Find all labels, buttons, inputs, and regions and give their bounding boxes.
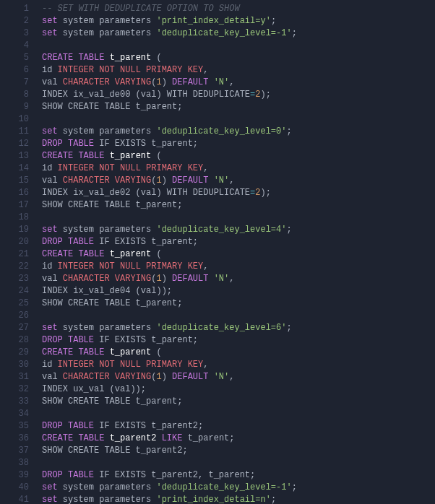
line-number: 35 — [0, 420, 42, 433]
code-content[interactable]: SHOW CREATE TABLE t_parent2; — [42, 445, 435, 457]
code-line[interactable]: 21CREATE TABLE t_parent ( — [0, 248, 435, 261]
code-content[interactable]: INDEX ix_val_de04 (val)); — [42, 285, 435, 297]
code-line[interactable]: 25SHOW CREATE TABLE t_parent; — [0, 297, 435, 310]
code-content[interactable]: set system parameters 'deduplicate_key_l… — [42, 224, 435, 236]
code-content[interactable]: SHOW CREATE TABLE t_parent; — [42, 297, 435, 310]
code-line[interactable]: 18 — [0, 212, 435, 224]
code-line[interactable]: 15val CHARACTER VARYING(1) DEFAULT 'N', — [0, 175, 435, 187]
code-line[interactable]: 27set system parameters 'deduplicate_key… — [0, 322, 435, 334]
code-line[interactable]: 6id INTEGER NOT NULL PRIMARY KEY, — [0, 64, 435, 77]
code-line[interactable]: 7val CHARACTER VARYING(1) DEFAULT 'N', — [0, 77, 435, 89]
code-line[interactable]: 2set system parameters 'print_index_deta… — [0, 15, 435, 27]
code-content[interactable]: set system parameters 'print_index_detai… — [42, 494, 435, 504]
code-line[interactable]: 30id INTEGER NOT NULL PRIMARY KEY, — [0, 359, 435, 371]
code-line[interactable]: 11set system parameters 'deduplicate_key… — [0, 126, 435, 138]
code-content[interactable]: DROP TABLE IF EXISTS t_parent; — [42, 334, 435, 347]
token-id — [63, 237, 68, 247]
code-content[interactable]: DROP TABLE IF EXISTS t_parent; — [42, 138, 435, 150]
token-pn: ) — [162, 77, 172, 87]
code-content[interactable]: set system parameters 'deduplicate_key_l… — [42, 322, 435, 334]
code-content[interactable]: set system parameters 'deduplicate_key_l… — [42, 482, 435, 494]
code-line[interactable]: 23val CHARACTER VARYING(1) DEFAULT 'N', — [0, 273, 435, 285]
code-content[interactable]: DROP TABLE IF EXISTS t_parent2; — [42, 420, 435, 433]
code-line[interactable]: 1-- SET WITH DEDUPLICATE OPTION TO SHOW — [0, 3, 435, 15]
code-line[interactable]: 34 — [0, 408, 435, 420]
code-line[interactable]: 37SHOW CREATE TABLE t_parent2; — [0, 445, 435, 457]
code-content[interactable]: INDEX ux_val (val)); — [42, 383, 435, 396]
code-line[interactable]: 38 — [0, 457, 435, 469]
code-line[interactable]: 5CREATE TABLE t_parent ( — [0, 52, 435, 64]
token-id: val — [42, 274, 63, 284]
code-content[interactable]: id INTEGER NOT NULL PRIMARY KEY, — [42, 162, 435, 175]
code-content[interactable]: CREATE TABLE t_parent ( — [42, 150, 435, 162]
code-content[interactable]: SHOW CREATE TABLE t_parent; — [42, 101, 435, 113]
token-pn: ); — [260, 188, 270, 198]
code-line[interactable]: 12DROP TABLE IF EXISTS t_parent; — [0, 138, 435, 150]
code-content[interactable]: CREATE TABLE t_parent2 LIKE t_parent; — [42, 433, 435, 445]
code-line[interactable]: 20DROP TABLE IF EXISTS t_parent; — [0, 236, 435, 248]
token-pn: ; — [271, 16, 276, 26]
token-num: 1 — [156, 175, 161, 186]
code-content[interactable]: DROP TABLE IF EXISTS t_parent; — [42, 236, 435, 248]
code-content[interactable]: INDEX ix_val_de00 (val) WITH DEDUPLICATE… — [42, 89, 435, 101]
code-line[interactable]: 33SHOW CREATE TABLE t_parent; — [0, 396, 435, 408]
code-line[interactable]: 8INDEX ix_val_de00 (val) WITH DEDUPLICAT… — [0, 89, 435, 101]
token-id: INDEX ix_val_de00 (val) WITH DEDUPLICATE — [42, 90, 250, 100]
code-content[interactable]: id INTEGER NOT NULL PRIMARY KEY, — [42, 261, 435, 273]
code-line[interactable]: 3set system parameters 'deduplicate_key_… — [0, 27, 435, 40]
code-content[interactable]: val CHARACTER VARYING(1) DEFAULT 'N', — [42, 175, 435, 187]
token-id: IF EXISTS t_parent2, t_parent; — [94, 470, 255, 480]
code-line[interactable]: 24INDEX ix_val_de04 (val)); — [0, 285, 435, 297]
code-line[interactable]: 29CREATE TABLE t_parent ( — [0, 347, 435, 359]
code-content[interactable] — [42, 212, 435, 224]
code-content[interactable]: CREATE TABLE t_parent ( — [42, 347, 435, 359]
token-id — [208, 77, 213, 87]
token-id — [63, 335, 68, 345]
code-line[interactable]: 10 — [0, 113, 435, 126]
code-line[interactable]: 16INDEX ix_val_de02 (val) WITH DEDUPLICA… — [0, 187, 435, 199]
token-pn: ) — [162, 372, 172, 382]
code-content[interactable]: set system parameters 'deduplicate_key_l… — [42, 27, 435, 40]
code-content[interactable]: CREATE TABLE t_parent ( — [42, 52, 435, 64]
code-line[interactable]: 32INDEX ux_val (val)); — [0, 383, 435, 396]
code-line[interactable]: 35DROP TABLE IF EXISTS t_parent2; — [0, 420, 435, 433]
line-number: 20 — [0, 236, 42, 248]
code-line[interactable]: 36CREATE TABLE t_parent2 LIKE t_parent; — [0, 433, 435, 445]
code-content[interactable]: CREATE TABLE t_parent ( — [42, 248, 435, 261]
code-content[interactable]: val CHARACTER VARYING(1) DEFAULT 'N', — [42, 371, 435, 383]
code-line[interactable]: 31val CHARACTER VARYING(1) DEFAULT 'N', — [0, 371, 435, 383]
code-line[interactable]: 9SHOW CREATE TABLE t_parent; — [0, 101, 435, 113]
code-content[interactable]: INDEX ix_val_de02 (val) WITH DEDUPLICATE… — [42, 187, 435, 199]
code-editor[interactable]: 1-- SET WITH DEDUPLICATE OPTION TO SHOW2… — [0, 0, 435, 504]
code-content[interactable] — [42, 40, 435, 52]
code-content[interactable]: DROP TABLE IF EXISTS t_parent2, t_parent… — [42, 469, 435, 482]
code-content[interactable]: SHOW CREATE TABLE t_parent; — [42, 199, 435, 212]
code-line[interactable]: 28DROP TABLE IF EXISTS t_parent; — [0, 334, 435, 347]
token-kw: DROP — [42, 237, 63, 247]
token-kw: DEFAULT — [172, 274, 208, 284]
code-line[interactable]: 14id INTEGER NOT NULL PRIMARY KEY, — [0, 162, 435, 175]
code-content[interactable]: SHOW CREATE TABLE t_parent; — [42, 396, 435, 408]
code-line[interactable]: 4 — [0, 40, 435, 52]
code-content[interactable]: id INTEGER NOT NULL PRIMARY KEY, — [42, 64, 435, 77]
code-content[interactable]: id INTEGER NOT NULL PRIMARY KEY, — [42, 359, 435, 371]
code-content[interactable]: -- SET WITH DEDUPLICATE OPTION TO SHOW — [42, 3, 435, 15]
code-content[interactable]: set system parameters 'print_index_detai… — [42, 15, 435, 27]
code-content[interactable] — [42, 408, 435, 420]
code-line[interactable]: 39DROP TABLE IF EXISTS t_parent2, t_pare… — [0, 469, 435, 482]
code-line[interactable]: 26 — [0, 310, 435, 322]
code-line[interactable]: 19set system parameters 'deduplicate_key… — [0, 224, 435, 236]
token-kw: TABLE — [78, 151, 104, 161]
code-content[interactable]: val CHARACTER VARYING(1) DEFAULT 'N', — [42, 273, 435, 285]
code-line[interactable]: 41set system parameters 'print_index_det… — [0, 494, 435, 504]
code-content[interactable] — [42, 113, 435, 126]
code-content[interactable]: val CHARACTER VARYING(1) DEFAULT 'N', — [42, 77, 435, 89]
code-line[interactable]: 40set system parameters 'deduplicate_key… — [0, 482, 435, 494]
code-line[interactable]: 22id INTEGER NOT NULL PRIMARY KEY, — [0, 261, 435, 273]
code-line[interactable]: 17SHOW CREATE TABLE t_parent; — [0, 199, 435, 212]
code-content[interactable]: set system parameters 'deduplicate_key_l… — [42, 126, 435, 138]
code-content[interactable] — [42, 310, 435, 322]
line-number: 28 — [0, 334, 42, 347]
code-content[interactable] — [42, 457, 435, 469]
code-line[interactable]: 13CREATE TABLE t_parent ( — [0, 150, 435, 162]
